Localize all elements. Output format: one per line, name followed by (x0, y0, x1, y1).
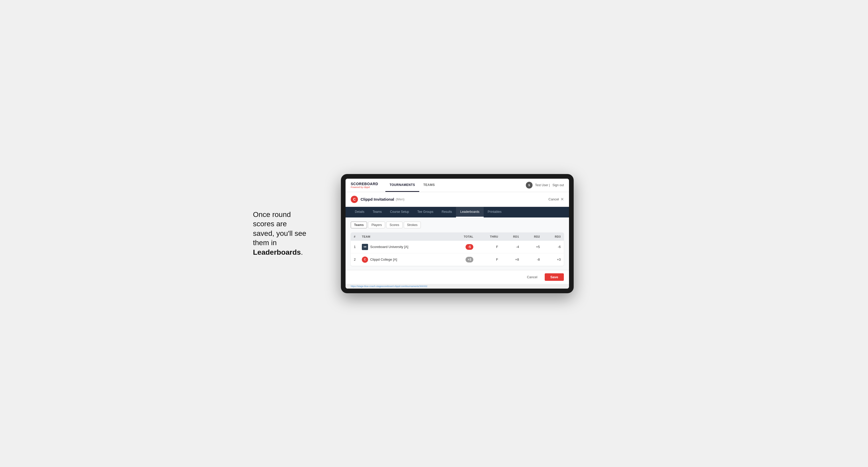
tournament-subtitle: (Men) (396, 197, 404, 201)
tournament-logo: C (351, 196, 358, 203)
tab-printables[interactable]: Printables (484, 207, 506, 217)
tournament-cancel-button[interactable]: Cancel ✕ (549, 197, 564, 202)
row1-total: -5 (449, 241, 476, 253)
team2-name: Clippd College [A] (370, 257, 397, 261)
team2-logo: C (362, 256, 368, 263)
nav-right-section: S Test User | Sign out (526, 182, 564, 188)
row2-rd3: +3 (543, 253, 564, 266)
nav-teams[interactable]: TEAMS (419, 179, 439, 192)
content-area: Teams Players Scores Strokes # TEAM TOTA… (345, 217, 569, 270)
description-line5-bold: Leaderboards (253, 248, 301, 256)
nav-links: TOURNAMENTS TEAMS (385, 179, 526, 192)
filter-bar: Teams Players Scores Strokes (351, 222, 564, 228)
tournament-header: C Clippd Invitational (Men) Cancel ✕ (345, 192, 569, 207)
save-button[interactable]: Save (545, 273, 564, 281)
user-name: Test User | (535, 183, 550, 187)
row1-rd3: -6 (543, 241, 564, 253)
url-bar: https://stage-blue-coach.stagescoreboard… (345, 284, 569, 288)
col-total: TOTAL (449, 232, 476, 241)
col-rd1: RD1 (501, 232, 522, 241)
left-description: Once round scores are saved, you'll see … (253, 210, 326, 257)
col-team: TEAM (359, 232, 449, 241)
user-avatar: S (526, 182, 532, 188)
brand-logo: SCOREBOARD Powered by clippd (351, 182, 378, 188)
filter-strokes-button[interactable]: Strokes (404, 222, 421, 228)
description-line3: saved, you'll see (253, 229, 306, 238)
tournament-title: Clippd Invitational (361, 197, 394, 201)
row1-rd1: -4 (501, 241, 522, 253)
tablet-frame: SCOREBOARD Powered by clippd TOURNAMENTS… (341, 174, 574, 293)
brand-subtitle: Powered by clippd (351, 186, 378, 188)
description-line2: scores are (253, 220, 287, 228)
row2-total-badge: +3 (466, 257, 473, 262)
tab-results[interactable]: Results (437, 207, 456, 217)
row1-rank: 1 (351, 241, 359, 253)
nav-tournaments[interactable]: TOURNAMENTS (385, 179, 419, 192)
col-rd3: RD3 (543, 232, 564, 241)
filter-scores-button[interactable]: Scores (386, 222, 402, 228)
row1-total-badge: -5 (466, 244, 473, 250)
team1-name: Scoreboard University [A] (370, 245, 408, 249)
table-row: 2 C Clippd College [A] +3 F (351, 253, 564, 266)
col-thru: THRU (476, 232, 501, 241)
description-line4: them in (253, 239, 277, 247)
row1-thru: F (476, 241, 501, 253)
top-navigation: SCOREBOARD Powered by clippd TOURNAMENTS… (345, 179, 569, 192)
description-line1: Once round (253, 211, 291, 218)
row2-total: +3 (449, 253, 476, 266)
table-row: 1 SB Scoreboard University [A] -5 F (351, 241, 564, 253)
tablet-screen: SCOREBOARD Powered by clippd TOURNAMENTS… (345, 179, 569, 288)
col-rd2: RD2 (522, 232, 543, 241)
tab-details[interactable]: Details (351, 207, 369, 217)
row2-rd2: -8 (522, 253, 543, 266)
col-rank: # (351, 232, 359, 241)
row2-rank: 2 (351, 253, 359, 266)
footer-bar: Cancel Save (345, 270, 569, 284)
cancel-x-icon: ✕ (560, 197, 564, 202)
cancel-button[interactable]: Cancel (522, 273, 542, 281)
tab-teams[interactable]: Teams (369, 207, 386, 217)
sign-out-button[interactable]: Sign out (553, 183, 564, 187)
row2-rd1: +8 (501, 253, 522, 266)
team1-logo: SB (362, 244, 368, 250)
tab-course-setup[interactable]: Course Setup (386, 207, 413, 217)
row1-team: SB Scoreboard University [A] (359, 241, 449, 253)
row2-thru: F (476, 253, 501, 266)
leaderboard-table: # TEAM TOTAL THRU RD1 RD2 RD3 1 (351, 232, 564, 266)
brand-title: SCOREBOARD (351, 182, 378, 186)
sub-navigation: Details Teams Course Setup Tee Groups Re… (345, 207, 569, 217)
tab-leaderboards[interactable]: Leaderboards (456, 207, 484, 217)
tab-tee-groups[interactable]: Tee Groups (413, 207, 437, 217)
filter-players-button[interactable]: Players (368, 222, 385, 228)
row1-rd2: +5 (522, 241, 543, 253)
filter-teams-button[interactable]: Teams (351, 222, 367, 228)
description-line5-suffix: . (301, 248, 303, 256)
row2-team: C Clippd College [A] (359, 253, 449, 266)
